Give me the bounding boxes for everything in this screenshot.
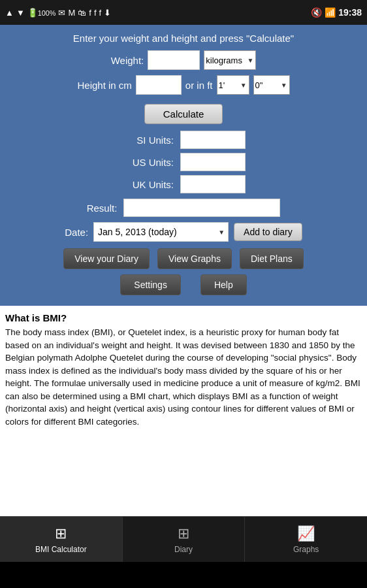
settings-button[interactable]: Settings [120,274,181,295]
us-row: US Units: [121,153,246,171]
uk-label: UK Units: [121,179,174,190]
uk-value-input[interactable] [180,175,246,193]
si-label: SI Units: [121,135,174,146]
graphs-label: Graphs [293,545,319,554]
diary-icon: ⊞ [178,525,189,542]
date-row: Date: Add to diary [65,222,302,242]
si-row: SI Units: [121,131,246,149]
height-cm-label: Height in cm [77,80,131,91]
view-diary-button[interactable]: View your Diary [63,248,150,269]
result-row: Result: [87,199,281,217]
store-icon: 🛍 [78,8,86,18]
graphs-icon: 📈 [297,525,315,542]
msg-icon: ✉ [58,8,65,18]
info-title: What is BMI? [5,312,362,323]
wifi-icon: ▲ [5,8,14,18]
bmi-calculator-label: BMI Calculator [35,545,87,554]
tab-graphs[interactable]: 📈 Graphs [245,517,367,562]
action-buttons-row: View your Diary View Graphs Diet Plans [63,248,304,269]
weight-input[interactable] [148,50,200,70]
date-select-wrapper [93,222,229,242]
status-bar-right: 🔇 📶 19:38 [311,7,362,18]
facebook-icon: f [89,8,91,18]
info-section: What is BMI? The body mass index (BMI), … [0,306,367,516]
diet-plans-button[interactable]: Diet Plans [240,248,304,269]
mail-icon: M [68,8,75,18]
battery-icon: 🔋100% [27,8,56,18]
download-icon: ⬇ [104,8,111,18]
height-in-wrapper: 0"1"2"3" 4"5"6"7" 8"9"10"11" [253,75,290,95]
height-in-select[interactable]: 0"1"2"3" 4"5"6"7" 8"9"10"11" [253,75,290,95]
view-graphs-button[interactable]: View Graphs [157,248,232,269]
calculator-panel: Enter your weight and height and press "… [0,25,367,306]
date-input[interactable] [93,222,229,242]
tab-bar: ⊞ BMI Calculator ⊞ Diary 📈 Graphs [0,516,367,562]
tab-diary[interactable]: ⊞ Diary [123,517,246,562]
result-input[interactable] [123,199,280,217]
date-label: Date: [65,227,88,238]
time-display: 19:38 [338,7,362,18]
height-ft-wrapper: 1'2'3' 4'5'6'7' [217,75,249,95]
info-body: The body mass index (BMI), or Quetelet i… [5,326,362,429]
weight-row: Weight: kilograms pounds stones [111,50,257,70]
instruction-text: Enter your weight and height and press "… [73,33,294,44]
uk-row: UK Units: [121,175,246,193]
bmi-calculator-icon: ⊞ [55,525,67,542]
height-ft-select[interactable]: 1'2'3' 4'5'6'7' [217,75,249,95]
bottom-buttons-row: Settings Help [120,274,246,295]
main-content: Enter your weight and height and press "… [0,25,367,562]
height-cm-input[interactable] [136,75,182,95]
facebook2-icon: f [94,8,97,18]
facebook3-icon: f [99,8,102,18]
height-or-label: or in ft [185,80,213,91]
us-label: US Units: [121,157,174,168]
status-bar: ▲ ▼ 🔋100% ✉ M 🛍 f f f ⬇ 🔇 📶 19:38 [0,0,367,25]
result-label: Result: [87,203,118,214]
status-bar-left: ▲ ▼ 🔋100% ✉ M 🛍 f f f ⬇ [5,8,111,18]
weight-label: Weight: [111,55,144,66]
units-section: SI Units: US Units: UK Units: [10,131,357,193]
signal-icon: 📶 [325,7,336,18]
mute-icon: 🔇 [311,7,322,18]
us-value-input[interactable] [180,153,246,171]
tab-bmi-calculator[interactable]: ⊞ BMI Calculator [0,517,123,562]
data-icon: ▼ [16,8,25,18]
weight-unit-wrapper: kilograms pounds stones [204,50,256,70]
calculate-button[interactable]: Calculate [144,104,223,124]
diary-label: Diary [174,545,193,554]
height-row: Height in cm or in ft 1'2'3' 4'5'6'7' 0"… [77,75,289,95]
help-button[interactable]: Help [200,274,247,295]
weight-unit-select[interactable]: kilograms pounds stones [204,50,256,70]
si-value-input[interactable] [180,131,246,149]
add-diary-button[interactable]: Add to diary [234,223,302,241]
